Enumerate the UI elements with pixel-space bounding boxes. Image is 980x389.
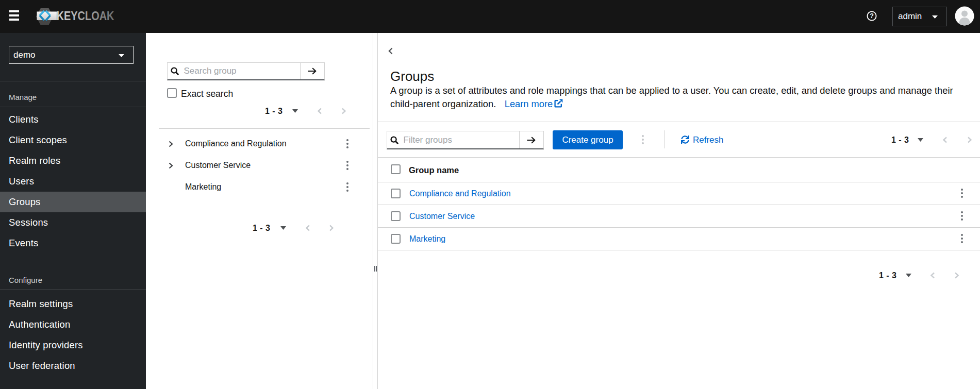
svg-text:?: ? xyxy=(870,12,874,20)
svg-text:KEYCLOAK: KEYCLOAK xyxy=(57,9,114,23)
